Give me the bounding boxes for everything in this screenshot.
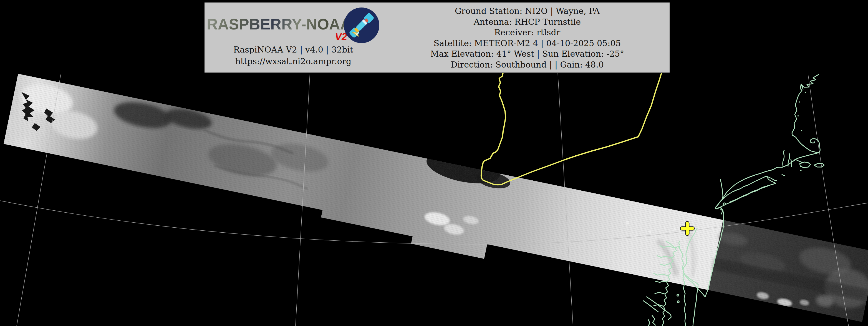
app-version-line: RaspiNOAA V2 | v4.0 | 32bit — [205, 45, 382, 54]
satellite-line: Satellite: METEOR-M2 4 | 04-10-2025 05:0… — [385, 38, 670, 49]
banner-station-info: Ground Station: NI2O | Wayne, PA Antenna… — [385, 2, 670, 73]
banner-logo-block: RASPBERRY-NOAA V2 RaspiNOAA V2 | v4.0 | … — [205, 2, 385, 73]
antenna-line: Antenna: RHCP Turnstile — [385, 17, 670, 28]
station-url: https://wxsat.ni2o.ampr.org — [205, 56, 382, 66]
satellite-pass-image: RASPBERRY-NOAA V2 RaspiNOAA V2 | v4.0 | … — [0, 0, 868, 326]
satellite-icon — [343, 7, 380, 44]
info-banner: RASPBERRY-NOAA V2 RaspiNOAA V2 | v4.0 | … — [205, 2, 670, 73]
receiver-line: Receiver: rtlsdr — [385, 27, 670, 38]
ground-station-line: Ground Station: NI2O | Wayne, PA — [385, 6, 670, 17]
raspberry-noaa-logo-text: RASPBERRY-NOAA — [207, 15, 351, 33]
direction-gain-line: Direction: Southbound | | Gain: 48.0 — [385, 59, 670, 70]
elevation-line: Max Elevation: 41° West | Sun Elevation:… — [385, 49, 670, 59]
